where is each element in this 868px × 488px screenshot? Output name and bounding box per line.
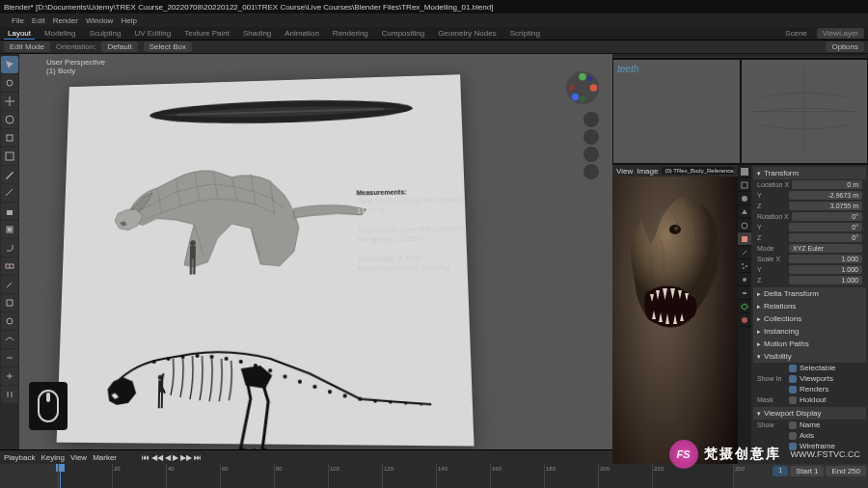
display-header[interactable]: ▾ Viewport Display <box>753 407 866 420</box>
visibility-header[interactable]: ▾ Visibility <box>753 350 866 363</box>
motion-header[interactable]: ▸ Motion Paths <box>753 338 866 350</box>
tab-shading[interactable]: Shading <box>239 28 275 39</box>
select-mode[interactable]: Select Box <box>144 41 192 52</box>
menu-edit[interactable]: Edit <box>32 16 45 25</box>
orientation-selector[interactable]: Default <box>101 41 137 52</box>
tab-data[interactable] <box>738 300 751 313</box>
jump-start-icon[interactable]: ⏮ <box>142 453 149 462</box>
tab-sculpting[interactable]: Sculpting <box>86 28 125 39</box>
instancing-header[interactable]: ▸ Instancing <box>753 325 866 338</box>
tool-select[interactable] <box>1 56 18 73</box>
tab-layout[interactable]: Layout <box>4 28 35 40</box>
prev-key-icon[interactable]: ◀◀ <box>151 453 163 462</box>
tab-rendering[interactable]: Rendering <box>329 28 372 39</box>
tool-inset[interactable] <box>1 221 18 238</box>
tool-move[interactable] <box>1 93 18 110</box>
jump-end-icon[interactable]: ⏭ <box>194 453 202 462</box>
tab-material[interactable] <box>738 313 751 327</box>
holdout-check[interactable] <box>789 396 797 404</box>
marker-menu[interactable]: Marker <box>93 453 117 462</box>
image-file[interactable]: (0) TRex_Body_Reference_by_IstanHalasz.j… <box>662 167 734 175</box>
tab-animation[interactable]: Animation <box>281 28 323 39</box>
renders-check[interactable] <box>789 386 797 393</box>
tab-scripting[interactable]: Scripting <box>506 28 544 39</box>
tab-modeling[interactable]: Modeling <box>41 28 79 39</box>
tool-extrude[interactable] <box>1 203 18 220</box>
tab-scene[interactable] <box>738 205 751 219</box>
next-key-icon[interactable]: ▶▶ <box>180 453 192 462</box>
viewport-3d[interactable]: User Perspective (1) Body <box>19 54 612 449</box>
tab-uv[interactable]: UV Editing <box>130 28 175 39</box>
keying-menu[interactable]: Keying <box>41 453 64 462</box>
rotation-mode[interactable]: XYZ Euler <box>789 244 862 253</box>
tool-loopcut[interactable] <box>1 258 18 275</box>
tool-transform[interactable] <box>1 148 18 165</box>
name-check[interactable] <box>789 421 797 429</box>
rotation-x[interactable]: 0° <box>792 212 862 221</box>
relations-header[interactable]: ▸ Relations <box>753 300 866 312</box>
axis-check[interactable] <box>789 432 797 440</box>
tool-spin[interactable] <box>1 312 18 330</box>
zoom-button[interactable] <box>583 112 599 127</box>
tool-rip[interactable] <box>1 386 18 403</box>
collections-header[interactable]: ▸ Collections <box>753 312 866 325</box>
tab-particles[interactable] <box>738 259 751 273</box>
view-menu[interactable]: View <box>70 453 87 462</box>
perspective-button[interactable] <box>583 164 599 179</box>
options-dropdown[interactable]: Options <box>826 41 864 52</box>
tool-measure[interactable] <box>1 184 18 202</box>
playback-menu[interactable]: Playback <box>4 453 35 462</box>
timeline-ruler[interactable]: 020406080100120140160180200220250 <box>58 464 733 488</box>
transform-header[interactable]: ▾ Transform <box>753 167 866 179</box>
pan-button[interactable] <box>583 129 599 145</box>
tool-shrink[interactable] <box>1 367 18 385</box>
tab-object[interactable] <box>738 232 751 246</box>
menu-file[interactable]: File <box>12 16 24 25</box>
nav-gizmo[interactable] <box>564 69 601 106</box>
scale-x[interactable]: 1.000 <box>789 255 862 263</box>
selectable-check[interactable] <box>789 365 797 372</box>
rotation-y[interactable]: 0° <box>789 223 862 231</box>
tab-texture[interactable]: Texture Paint <box>180 28 233 39</box>
mode-selector[interactable]: Edit Mode <box>4 41 50 52</box>
tab-render[interactable] <box>738 165 751 178</box>
menu-help[interactable]: Help <box>121 16 136 25</box>
tab-modifiers[interactable] <box>738 246 751 259</box>
viewlayer-selector[interactable]: ViewLayer <box>817 28 864 39</box>
scene-selector[interactable]: Scene <box>781 28 811 39</box>
location-z[interactable]: 3.0755 m <box>789 202 862 210</box>
rotation-z[interactable]: 0° <box>789 233 862 242</box>
tool-bevel[interactable] <box>1 239 18 257</box>
tool-poly[interactable] <box>1 294 18 312</box>
tab-world[interactable] <box>738 219 751 232</box>
viewport-side[interactable] <box>741 59 869 164</box>
tab-output[interactable] <box>738 178 751 192</box>
play-reverse-icon[interactable]: ◀ <box>165 453 171 462</box>
tool-annotate[interactable] <box>1 166 18 183</box>
menu-window[interactable]: Window <box>86 16 113 25</box>
location-y[interactable]: -2.9673 m <box>789 191 862 200</box>
tool-scale[interactable] <box>1 129 18 147</box>
tool-cursor[interactable] <box>1 74 18 92</box>
tool-rotate[interactable] <box>1 111 18 128</box>
tab-constraints[interactable] <box>738 286 751 300</box>
tab-physics[interactable] <box>738 273 751 286</box>
view-menu[interactable]: View <box>616 167 633 176</box>
tab-compositing[interactable]: Compositing <box>378 28 428 39</box>
viewports-check[interactable] <box>789 375 797 383</box>
location-x[interactable]: 0 m <box>792 180 862 189</box>
camera-button[interactable] <box>583 147 599 162</box>
viewport-front[interactable]: teeth <box>612 59 741 164</box>
tool-knife[interactable] <box>1 276 18 293</box>
orientation-label: Orientation: <box>56 42 95 51</box>
tool-slide[interactable] <box>1 349 18 366</box>
play-icon[interactable]: ▶ <box>173 453 178 462</box>
scale-y[interactable]: 1.000 <box>789 265 862 274</box>
delta-header[interactable]: ▸ Delta Transform <box>753 287 866 300</box>
scale-z[interactable]: 1.000 <box>789 276 862 285</box>
menu-render[interactable]: Render <box>53 16 78 25</box>
tab-geonodes[interactable]: Geometry Nodes <box>434 28 500 39</box>
image-menu[interactable]: Image <box>637 167 658 176</box>
tab-viewlayer[interactable] <box>738 192 751 205</box>
tool-smooth[interactable] <box>1 331 18 348</box>
